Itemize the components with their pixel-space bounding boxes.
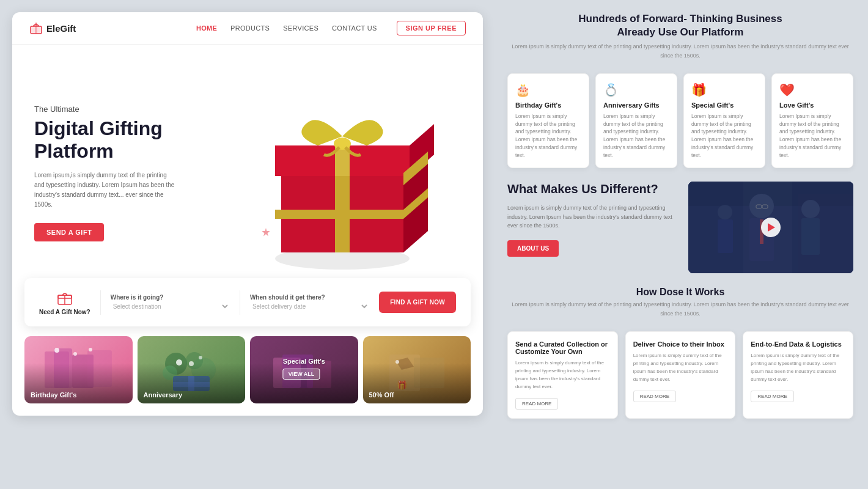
hero-title: Digital Gifting Platform bbox=[34, 117, 205, 163]
how-card-curated: Send a Curated Collection or Customize Y… bbox=[507, 331, 618, 419]
gallery-birthday[interactable]: Birthday Gift's bbox=[24, 336, 133, 403]
logistics-read-more-button[interactable]: READ MORE bbox=[751, 391, 793, 402]
birthday-card-title: Birthday Gift's bbox=[515, 101, 581, 109]
nav-contact[interactable]: CONTACT US bbox=[332, 24, 377, 32]
hero-image bbox=[232, 45, 452, 289]
destination-select[interactable]: Select destination bbox=[111, 303, 230, 311]
gift-card-birthday: 🎂 Birthday Gift's Lorem Ipsum is simply … bbox=[507, 73, 589, 169]
gift-cards-grid: 🎂 Birthday Gift's Lorem Ipsum is simply … bbox=[507, 73, 853, 169]
section-hundreds: Hundreds of Forward- Thinking Business A… bbox=[507, 12, 853, 60]
hero-subtitle: The Ultimate bbox=[34, 105, 205, 114]
gift-card-anniversary: 💍 Anniversary Gifts Lorem Ipsum is simpl… bbox=[595, 73, 677, 169]
finder-icon-wrap: Need A Gift Now? bbox=[39, 289, 90, 315]
gallery-special[interactable]: Special Gift's VIEW ALL bbox=[250, 336, 358, 403]
find-gift-button[interactable]: FIND A GIFT NOW bbox=[379, 292, 456, 313]
what-makes-desc: Lorem ipsum is simply dummy text of the … bbox=[507, 204, 679, 230]
gallery-birthday-label: Birthday Gift's bbox=[24, 386, 83, 403]
svg-point-10 bbox=[334, 138, 351, 150]
curated-read-more-button[interactable]: READ MORE bbox=[515, 398, 558, 410]
svg-rect-2 bbox=[35, 26, 37, 34]
special-card-title: Special Gift's bbox=[691, 101, 757, 109]
finder-bar: Need A Gift Now? Where is it going? Sele… bbox=[24, 278, 471, 326]
signup-button[interactable]: SIGN UP FREE bbox=[397, 21, 466, 35]
gallery-special-title: Special Gift's bbox=[283, 358, 325, 365]
website-mockup-card: EleGift HOME PRODUCTS SERVICES CONTACT U… bbox=[12, 12, 483, 416]
hero-section: The Ultimate Digital Gifting Platform Lo… bbox=[12, 45, 483, 289]
play-triangle bbox=[768, 223, 775, 232]
logo-text: EleGift bbox=[46, 23, 76, 34]
gift-box-illustration bbox=[245, 51, 440, 283]
how-cards-grid: Send a Curated Collection or Customize Y… bbox=[507, 331, 853, 419]
finder-label: Need A Gift Now? bbox=[39, 309, 90, 315]
video-overlay bbox=[688, 182, 853, 273]
gallery-special-badge: Special Gift's VIEW ALL bbox=[283, 355, 325, 380]
hundreds-desc: Lorem Ipsum is simply dummy text of the … bbox=[507, 42, 853, 60]
finder-divider bbox=[100, 290, 101, 315]
nav-services[interactable]: SERVICES bbox=[283, 24, 318, 32]
svg-marker-4 bbox=[262, 228, 270, 237]
birthday-card-desc: Lorem Ipsum is simply dummy text of the … bbox=[515, 112, 581, 160]
how-card-deliver: Deliver Choice to their Inbox Lorem ipsu… bbox=[625, 331, 736, 419]
left-panel: EleGift HOME PRODUCTS SERVICES CONTACT U… bbox=[0, 0, 495, 489]
gift-card-special: 🎁 Special Gift's Lorem Ipsum is simply d… bbox=[683, 73, 765, 169]
how-card-curated-title: Send a Curated Collection or Customize Y… bbox=[515, 340, 610, 355]
special-card-icon: 🎁 bbox=[691, 83, 757, 97]
anniversary-card-icon: 💍 bbox=[603, 83, 669, 97]
view-all-button[interactable]: VIEW ALL bbox=[283, 369, 320, 380]
how-works-title: How Dose It Works bbox=[507, 287, 853, 298]
love-card-icon: ❤️ bbox=[779, 83, 845, 97]
about-us-button[interactable]: ABOUT US bbox=[507, 240, 559, 257]
hero-description: Lorem ipsum,is simply dummy text of the … bbox=[34, 171, 175, 210]
hundreds-title: Hundreds of Forward- Thinking Business A… bbox=[507, 12, 853, 39]
right-panel: Hundreds of Forward- Thinking Business A… bbox=[495, 0, 868, 489]
nav-links: HOME PRODUCTS SERVICES CONTACT US bbox=[196, 24, 377, 32]
deliver-read-more-button[interactable]: READ MORE bbox=[633, 391, 676, 402]
gift-card-love: ❤️ Love Gift's Lorem Ipsum is simply dum… bbox=[771, 73, 853, 169]
how-works-desc: Lorem Ipsum is simply dummy text of the … bbox=[507, 300, 853, 318]
what-makes-title: What Makes Us Different? bbox=[507, 182, 679, 196]
how-card-deliver-title: Deliver Choice to their Inbox bbox=[633, 340, 728, 348]
hero-content: The Ultimate Digital Gifting Platform Lo… bbox=[34, 105, 205, 242]
finder-divider-2 bbox=[240, 290, 240, 315]
gallery-anniversary[interactable]: Anniversary bbox=[138, 336, 246, 403]
love-card-desc: Lorem Ipsum is simply dummy text of the … bbox=[779, 112, 845, 160]
what-makes-section: What Makes Us Different? Lorem ipsum is … bbox=[507, 182, 853, 273]
what-makes-content: What Makes Us Different? Lorem ipsum is … bbox=[507, 182, 679, 256]
send-gift-button[interactable]: SEND A GIFT bbox=[34, 223, 104, 241]
gallery-discount-label: 50% Off bbox=[363, 386, 400, 403]
logo: EleGift bbox=[29, 21, 76, 35]
how-card-logistics-title: End-to-End Data & Logistics bbox=[751, 340, 845, 348]
birthday-card-icon: 🎂 bbox=[515, 83, 581, 97]
anniversary-card-title: Anniversary Gifts bbox=[603, 101, 669, 109]
navbar: EleGift HOME PRODUCTS SERVICES CONTACT U… bbox=[12, 12, 483, 45]
love-card-title: Love Gift's bbox=[779, 101, 845, 109]
logo-icon bbox=[29, 21, 43, 35]
delivery-select[interactable]: Select delivery date bbox=[250, 303, 369, 311]
nav-home[interactable]: HOME bbox=[196, 24, 217, 32]
gallery-strip: Birthday Gift's bbox=[12, 326, 483, 416]
destination-label: Where is it going? bbox=[111, 294, 230, 301]
delivery-field: When should it get there? Select deliver… bbox=[250, 294, 369, 311]
anniversary-card-desc: Lorem Ipsum is simply dummy text of the … bbox=[603, 112, 669, 160]
how-works-section: How Dose It Works Lorem Ipsum is simply … bbox=[507, 287, 853, 318]
special-card-desc: Lorem Ipsum is simply dummy text of the … bbox=[691, 112, 757, 160]
gallery-anniversary-label: Anniversary bbox=[138, 386, 189, 403]
destination-field: Where is it going? Select destination bbox=[111, 294, 230, 311]
how-card-logistics-desc: Lorem ipsum is simply dummy text of the … bbox=[751, 352, 845, 383]
gift-icon bbox=[56, 289, 73, 306]
how-card-deliver-desc: Lorem ipsum is simply dummy text of the … bbox=[633, 352, 728, 383]
video-thumbnail[interactable] bbox=[688, 182, 853, 273]
nav-products[interactable]: PRODUCTS bbox=[230, 24, 270, 32]
play-button[interactable] bbox=[761, 218, 781, 237]
how-card-curated-desc: Lorem ipsum is simply dummy text of the … bbox=[515, 359, 610, 391]
how-card-logistics: End-to-End Data & Logistics Lorem ipsum … bbox=[743, 331, 853, 419]
gallery-discount[interactable]: 🎁 50% Off bbox=[363, 336, 471, 403]
delivery-label: When should it get there? bbox=[250, 294, 369, 301]
